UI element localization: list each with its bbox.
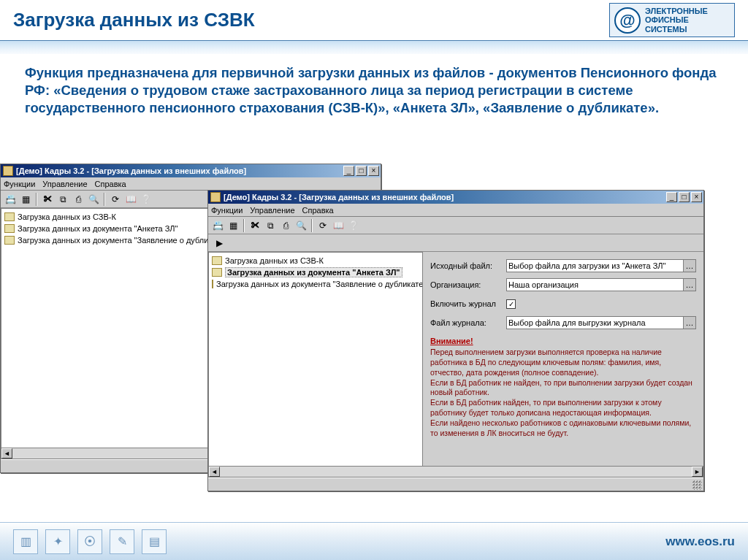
tb-table-icon[interactable]: ▦ [19, 193, 32, 206]
menu-functions[interactable]: Функции [211, 206, 243, 215]
tb-print-icon[interactable]: ⎙ [72, 193, 85, 206]
tb-refresh-icon[interactable]: ⟳ [109, 193, 122, 206]
tb-book-icon[interactable]: 📖 [332, 219, 345, 232]
input-source-file[interactable]: Выбор файла для загрузки из "Анкета ЗЛ" … [506, 259, 696, 272]
label-organization: Организация: [430, 280, 506, 289]
tb-print-icon[interactable]: ⎙ [279, 219, 292, 232]
tree-item-szvk[interactable]: Загрузка данных из СЗВ-К [212, 255, 419, 266]
footer-icon-1: ▥ [13, 529, 38, 554]
row-journal-file: Файл журнала: Выбор файла для выгрузки ж… [430, 315, 696, 331]
doc-icon [4, 236, 15, 245]
app-icon [3, 166, 13, 176]
front-statusbar [208, 477, 703, 491]
scroll-left-icon[interactable]: ◄ [1, 448, 12, 459]
front-titlebar[interactable]: [Демо] Кадры 3.2 - [Загрузка данных из в… [208, 191, 703, 204]
menu-manage[interactable]: Управление [250, 206, 294, 215]
footer-url: www.eos.ru [665, 534, 735, 549]
tb-search-icon[interactable]: 🔍 [87, 193, 100, 206]
footer-icon-2: ✦ [45, 529, 70, 554]
maximize-button[interactable]: □ [356, 166, 367, 176]
tree-item-dublikat[interactable]: Загрузка данных из документа "Заявление … [212, 278, 419, 290]
doc-icon [212, 256, 222, 265]
tb-refresh-icon[interactable]: ⟳ [316, 219, 329, 232]
front-body: Загрузка данных из СЗВ-К Загрузка данных… [208, 252, 703, 477]
input-journal-file[interactable]: Выбор файла для выгрузки журнала … [506, 316, 696, 329]
input-organization[interactable]: Наша организация … [506, 278, 696, 291]
footer-icon-4: ✎ [110, 529, 134, 554]
minimize-button[interactable]: _ [666, 192, 677, 202]
front-form: Исходный файл: Выбор файла для загрузки … [423, 252, 703, 477]
browse-button[interactable]: … [683, 279, 695, 291]
row-org: Организация: Наша организация … [430, 277, 696, 293]
header-accent-strip [0, 41, 748, 54]
menu-functions[interactable]: Функции [4, 180, 35, 188]
scroll-right-icon[interactable]: ► [692, 467, 703, 477]
tb-copy-icon[interactable]: ⧉ [264, 219, 277, 232]
browse-button[interactable]: … [683, 317, 695, 329]
row-source-file: Исходный файл: Выбор файла для загрузки … [430, 258, 696, 274]
maximize-button[interactable]: □ [679, 192, 690, 202]
front-window-title: [Демо] Кадры 3.2 - [Загрузка данных из в… [224, 193, 665, 202]
checkbox-journal[interactable]: ✓ [506, 299, 516, 309]
tb-card-icon[interactable]: 📇 [4, 193, 17, 206]
front-tree[interactable]: Загрузка данных из СЗВ-К Загрузка данных… [208, 252, 423, 477]
label-source-file: Исходный файл: [430, 261, 506, 270]
logo-emblem-icon: @ [614, 7, 641, 34]
front-hscroll[interactable]: ◄ ► [208, 466, 703, 477]
footer-icon-5: ▤ [142, 529, 167, 554]
front-toolbar: 📇 ▦ ✀ ⧉ ⎙ 🔍 ⟳ 📖 ❔ [208, 217, 703, 234]
close-button[interactable]: × [691, 192, 702, 202]
close-button[interactable]: × [368, 166, 379, 176]
app-icon [210, 192, 221, 202]
slide-header: Загрузка данных из СЗВК @ ЭЛЕКТРОННЫЕ ОФ… [0, 0, 748, 41]
intro-paragraph: Функция предназначена для первичной загр… [25, 64, 728, 117]
brand-logo: @ ЭЛЕКТРОННЫЕ ОФИСНЫЕ СИСТЕМЫ [609, 3, 735, 37]
front-menubar: Функции Управление Справка [208, 204, 703, 217]
tb-book-icon[interactable]: 📖 [124, 193, 137, 206]
footer-icon-3: ⦿ [77, 529, 102, 554]
tb-search-icon[interactable]: 🔍 [294, 219, 308, 232]
doc-icon [212, 280, 213, 288]
row-journal-toggle: Включить журнал ✓ [430, 296, 696, 312]
minimize-button[interactable]: _ [343, 166, 354, 176]
back-titlebar[interactable]: [Демо] Кадры 3.2 - [Загрузка данных из в… [1, 164, 381, 177]
tb-help-icon[interactable]: ❔ [140, 193, 153, 206]
tb-help-icon[interactable]: ❔ [347, 219, 360, 232]
slide-footer: ▥ ✦ ⦿ ✎ ▤ www.eos.ru [0, 522, 748, 560]
menu-help[interactable]: Справка [302, 206, 334, 215]
tb-table-icon[interactable]: ▦ [226, 219, 240, 232]
logo-text: ЭЛЕКТРОННЫЕ ОФИСНЫЕ СИСТЕМЫ [645, 7, 708, 34]
tb-cut-icon[interactable]: ✀ [248, 219, 262, 232]
front-subtoolbar: ▶ [208, 234, 703, 252]
page-title: Загрузка данных из СЗВК [13, 9, 609, 31]
window-front: [Демо] Кадры 3.2 - [Загрузка данных из в… [207, 190, 704, 491]
doc-icon [212, 268, 222, 277]
back-window-title: [Демо] Кадры 3.2 - [Загрузка данных из в… [16, 166, 342, 175]
doc-icon [4, 224, 15, 233]
tree-item-anketa-selected[interactable]: Загрузка данных из документа "Анкета ЗЛ" [212, 266, 419, 278]
resize-grip-icon[interactable] [692, 480, 702, 490]
browse-button[interactable]: … [683, 260, 695, 272]
doc-icon [4, 212, 15, 221]
menu-manage[interactable]: Управление [42, 180, 87, 188]
menu-help[interactable]: Справка [95, 180, 126, 188]
scroll-left-icon[interactable]: ◄ [209, 467, 220, 477]
warning-text: Перед выполнением загрузки выполняется п… [430, 348, 696, 439]
label-journal-file: Файл журнала: [430, 318, 506, 327]
content-area: Функция предназначена для первичной загр… [0, 54, 748, 521]
tb-copy-icon[interactable]: ⧉ [56, 193, 69, 206]
back-menubar: Функции Управление Справка [1, 177, 381, 191]
tb-card-icon[interactable]: 📇 [211, 219, 224, 232]
label-journal-toggle: Включить журнал [430, 299, 506, 308]
warning-heading: Внимание! [430, 337, 696, 345]
tb-cut-icon[interactable]: ✀ [41, 193, 54, 206]
tb-run-icon[interactable]: ▶ [213, 237, 226, 250]
